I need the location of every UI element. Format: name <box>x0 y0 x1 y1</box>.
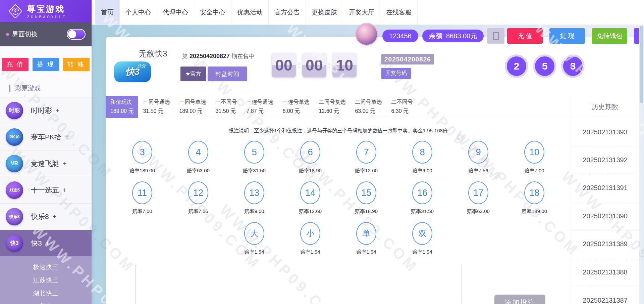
ui-toggle-switch[interactable] <box>67 29 86 40</box>
side-recharge-button[interactable]: 充 值 <box>2 58 29 71</box>
sidebar-item-0[interactable]: 时彩时时彩+ <box>0 97 92 124</box>
page-scrollbar[interactable] <box>639 25 644 304</box>
refresh-balance-button[interactable] <box>487 28 504 44</box>
bet-ball-4[interactable]: 4 <box>188 141 208 164</box>
bet-ball-13[interactable]: 13 <box>244 181 264 204</box>
refresh-icon <box>493 32 499 40</box>
bullet-dot-icon <box>6 33 9 36</box>
game-icon: 分分 快3 <box>114 61 151 82</box>
sidebar-item-4[interactable]: 快乐8快乐8+ <box>0 203 92 230</box>
tab-6[interactable]: 二同号复选12.60 元 <box>314 96 350 118</box>
sidebar-item-label: 赛车PK拾 <box>31 132 61 142</box>
side-transfer-button[interactable]: 转 账 <box>63 58 90 71</box>
bet-ball-14[interactable]: 14 <box>300 181 320 204</box>
tab-4[interactable]: 三连号通选7.87 元 <box>241 96 278 118</box>
bet-ball-12[interactable]: 12 <box>188 181 208 204</box>
nav-item-6[interactable]: 更换皮肤 <box>306 0 343 25</box>
recharge-button-label: 充 值 <box>518 32 532 40</box>
game-title: 无敌快3 <box>139 48 167 59</box>
tab-price: 63.00 元 <box>355 108 382 115</box>
seal-time-button[interactable]: 封盘时间 <box>208 67 247 81</box>
bet-ball-双[interactable]: 双 <box>412 222 432 245</box>
bet-row-1: 11赔率7.0012赔率7.5613赔率9.0014赔率12.6015赔率18.… <box>106 181 571 215</box>
tab-price: 31.50 元 <box>215 108 237 115</box>
free-wallet-button-label: 免转钱包 <box>597 32 622 40</box>
draw-ball: 2 <box>505 54 528 78</box>
sidebar-item-5[interactable]: 快3快3+ <box>0 230 92 256</box>
issue-suffix: 期在售中 <box>231 53 254 59</box>
sidebar-item-3[interactable]: 11选5十一选五+ <box>0 177 92 203</box>
draw-number-button[interactable]: 开奖号码 <box>381 68 411 79</box>
nav-item-1[interactable]: 个人中心 <box>120 0 157 25</box>
balance-text: 余额: 8683.00元 <box>429 32 477 41</box>
recharge-button[interactable]: 充 值 <box>507 28 543 44</box>
draw-result-balls: 253 <box>505 54 585 78</box>
submenu-item-0[interactable]: 极速快三 <box>0 260 92 273</box>
tab-1[interactable]: 三同号通选31.50 元 <box>138 96 174 118</box>
bet-ball-8[interactable]: 8 <box>412 141 432 164</box>
withdraw-button[interactable]: 提 现 <box>549 28 585 44</box>
free-wallet-button[interactable]: 免转钱包 <box>592 28 627 44</box>
bet-ball-11[interactable]: 11 <box>132 181 152 204</box>
history-row: 202502131391 <box>571 174 639 202</box>
bet-ball-大[interactable]: 大 <box>244 222 264 245</box>
bet-ball-18[interactable]: 18 <box>524 181 544 204</box>
game-header: 无敌快3 分分 快3 第202504200827期在售中 ★官方 封盘时间 00… <box>106 37 639 96</box>
submenu-item-2[interactable]: 湖北快三 <box>0 287 92 300</box>
tab-3[interactable]: 三不同号31.50 元 <box>211 96 241 118</box>
submenu-item-1[interactable]: 江苏快三 <box>0 273 92 287</box>
nav-item-2[interactable]: 代理中心 <box>157 0 194 25</box>
bet-ball-16[interactable]: 16 <box>412 181 432 204</box>
nav-item-7[interactable]: 开奖大厅 <box>343 0 380 25</box>
user-bar: 123456 余额: 8683.00元 充 值提 现免转钱包退出 <box>382 28 644 44</box>
bet-ball-9[interactable]: 9 <box>468 141 488 164</box>
add-bet-button[interactable]: 添加投注 <box>494 295 545 304</box>
ui-switch-band: 界面切换 <box>0 22 92 46</box>
tab-name: 三不同号 <box>215 99 237 106</box>
bet-option: 11赔率7.00 <box>114 181 170 215</box>
toggle-knob <box>68 30 76 38</box>
bet-option: 3赔率189.00 <box>114 141 170 174</box>
bet-odds-label: 赔率1.94 <box>412 249 432 255</box>
tab-7[interactable]: 二同号单选63.00 元 <box>350 96 386 118</box>
bet-grid: 3赔率189.004赔率63.005赔率31.506赔率18.907赔率12.6… <box>106 141 571 263</box>
bet-slip-input[interactable] <box>136 265 462 304</box>
card-body: 和值玩法189.00 元三同号通选31.50 元三同号单选189.00 元三不同… <box>106 96 639 304</box>
bet-odds-label: 赔率18.90 <box>355 208 378 215</box>
tab-8[interactable]: 二不同号6.30 元 <box>386 96 417 118</box>
nav-item-8[interactable]: 在线客服 <box>380 0 418 25</box>
bet-option: 6赔率18.90 <box>282 141 338 174</box>
game-card: 无敌快3 分分 快3 第202504200827期在售中 ★官方 封盘时间 00… <box>106 37 639 304</box>
tab-5[interactable]: 三连号单选8.00 元 <box>278 96 314 118</box>
history-row: 202502131393 <box>571 118 639 146</box>
bet-ball-单[interactable]: 单 <box>356 222 376 245</box>
nav-item-0[interactable]: 首页 <box>95 0 120 25</box>
nav-item-5[interactable]: 官方公告 <box>269 0 306 25</box>
nav-item-4[interactable]: 优惠活动 <box>231 0 269 25</box>
nav-item-3[interactable]: 安全中心 <box>194 0 231 25</box>
official-badge-button[interactable]: ★官方 <box>180 67 206 81</box>
sidebar-item-2[interactable]: VR竞速飞艇+ <box>0 150 92 177</box>
bet-option: 单赔率1.94 <box>338 222 394 255</box>
balance-pill: 余额: 8683.00元 <box>422 30 484 42</box>
lottery-ball-icon: 11选5 <box>6 181 23 199</box>
bet-ball-7[interactable]: 7 <box>356 141 376 164</box>
sidebar-item-1[interactable]: PK10赛车PK拾+ <box>0 124 92 150</box>
expand-plus-icon: + <box>63 186 67 194</box>
bet-ball-10[interactable]: 10 <box>524 141 544 164</box>
side-withdraw-button[interactable]: 提 现 <box>33 58 59 71</box>
bet-ball-5[interactable]: 5 <box>244 141 264 164</box>
game-icon-sub: 分分 <box>137 63 146 69</box>
bet-ball-15[interactable]: 15 <box>356 181 376 204</box>
submenu-item-3[interactable]: 河北快三 <box>0 300 92 304</box>
bet-ball-3[interactable]: 3 <box>132 141 152 164</box>
bet-ball-17[interactable]: 17 <box>468 181 488 204</box>
bet-ball-小[interactable]: 小 <box>300 222 320 245</box>
scrollbar-thumb[interactable] <box>640 26 643 103</box>
avatar[interactable] <box>355 23 378 46</box>
bet-option: 13赔率9.00 <box>226 181 282 215</box>
bet-ball-6[interactable]: 6 <box>300 141 320 164</box>
tab-0[interactable]: 和值玩法189.00 元 <box>106 96 138 118</box>
tab-2[interactable]: 三同号单选189.00 元 <box>174 96 211 118</box>
bet-option: 12赔率7.56 <box>170 181 226 215</box>
